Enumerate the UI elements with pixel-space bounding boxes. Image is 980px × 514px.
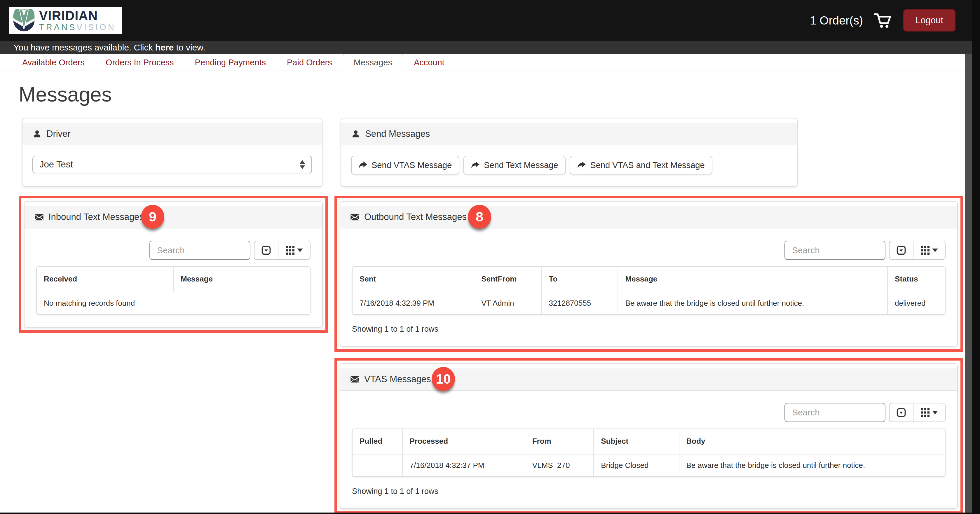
tab-orders-in-process[interactable]: Orders In Process bbox=[95, 54, 185, 71]
send-vtas-message-button[interactable]: Send VTAS Message bbox=[351, 156, 459, 175]
vtas-rows-summary: Showing 1 to 1 of 1 rows bbox=[352, 487, 945, 496]
messages-banner: You have messages available. Click here … bbox=[0, 41, 972, 54]
outbound-table: Sent SentFrom To Message Status bbox=[352, 267, 945, 315]
collapse-down-icon bbox=[896, 245, 906, 255]
vtas-panel-title: VTAS Messages bbox=[364, 374, 431, 384]
inbound-search-input[interactable] bbox=[150, 241, 250, 260]
driver-select[interactable]: Joe Test bbox=[32, 156, 312, 173]
driver-panel-title: Driver bbox=[46, 128, 71, 139]
cart-icon[interactable] bbox=[873, 12, 893, 29]
send-vtas-and-text-message-button[interactable]: Send VTAS and Text Message bbox=[570, 156, 712, 175]
collapse-down-icon bbox=[896, 408, 906, 417]
tab-bar: Available Orders Orders In Process Pendi… bbox=[0, 54, 972, 71]
inbound-columns-dropdown-button[interactable] bbox=[278, 241, 310, 260]
send-messages-title: Send Messages bbox=[365, 128, 430, 139]
vtas-col-body[interactable]: Body bbox=[679, 429, 945, 454]
table-row[interactable]: 7/16/2018 4:32:37 PM VLMS_270 Bridge Clo… bbox=[353, 454, 945, 476]
annotation-badge-9: 9 bbox=[141, 205, 164, 229]
send-text-message-button[interactable]: Send Text Message bbox=[463, 156, 566, 175]
inbound-panel-header: Inbound Text Messages bbox=[24, 206, 322, 228]
envelope-icon bbox=[350, 213, 360, 221]
outbound-col-message[interactable]: Message bbox=[618, 267, 888, 292]
outbound-panel-header: Outbound Text Messages bbox=[340, 206, 957, 228]
vtas-col-subject[interactable]: Subject bbox=[593, 429, 679, 454]
vtas-messages-panel: VTAS Messages bbox=[340, 363, 958, 509]
outbound-columns-dropdown-button[interactable] bbox=[913, 241, 945, 260]
send-messages-panel: Send Messages Send VTAS Message Send Tex… bbox=[340, 118, 798, 187]
outbound-toggle-pagination-button[interactable] bbox=[889, 241, 913, 260]
forward-icon bbox=[577, 161, 586, 169]
outbound-panel-title: Outbound Text Messages bbox=[364, 212, 467, 222]
outbound-col-status[interactable]: Status bbox=[888, 267, 945, 292]
banner-here-link[interactable]: here bbox=[155, 43, 173, 52]
caret-down-icon bbox=[932, 249, 938, 252]
table-row[interactable]: 7/16/2018 4:32:39 PM VT Admin 3212870555… bbox=[353, 292, 945, 314]
top-bar: VIRIDIAN TRANSVISION 1 Order(s) Logout bbox=[0, 0, 972, 41]
browser-page: VIRIDIAN TRANSVISION 1 Order(s) Logout Y… bbox=[0, 0, 972, 512]
brand-text: VIRIDIAN TRANSVISION bbox=[39, 10, 116, 32]
user-icon bbox=[351, 129, 360, 138]
banner-text-prefix: You have messages available. Click bbox=[13, 43, 155, 52]
vtas-col-from[interactable]: From bbox=[525, 429, 593, 454]
outbound-search-input[interactable] bbox=[784, 241, 885, 260]
inbound-table: Received Message No matching records fou… bbox=[36, 267, 310, 315]
driver-panel-body: Joe Test bbox=[22, 145, 322, 185]
table-row: No matching records found bbox=[37, 292, 310, 314]
caret-down-icon bbox=[932, 411, 938, 414]
vtas-col-processed[interactable]: Processed bbox=[402, 429, 525, 454]
annotation-badge-10: 10 bbox=[432, 367, 455, 391]
outbound-messages-panel: Outbound Text Messages bbox=[340, 201, 958, 347]
inbound-empty-cell: No matching records found bbox=[37, 292, 310, 314]
tab-available-orders[interactable]: Available Orders bbox=[12, 54, 95, 71]
outbound-col-to[interactable]: To bbox=[542, 267, 618, 292]
right-panels-column: 8 Outbound Text Messages bbox=[334, 196, 963, 512]
banner-text-suffix: to view. bbox=[173, 43, 205, 52]
vtas-toolbar bbox=[340, 390, 957, 428]
envelope-icon bbox=[35, 213, 44, 221]
collapse-down-icon bbox=[261, 245, 271, 255]
topbar-right: 1 Order(s) Logout bbox=[810, 10, 956, 32]
brand-logo[interactable]: VIRIDIAN TRANSVISION bbox=[10, 7, 122, 34]
inbound-col-message[interactable]: Message bbox=[173, 267, 310, 292]
caret-down-icon bbox=[297, 249, 303, 252]
tab-account[interactable]: Account bbox=[403, 54, 455, 71]
logout-button[interactable]: Logout bbox=[903, 10, 956, 32]
tab-messages[interactable]: Messages bbox=[343, 54, 403, 71]
main-content: Messages Driver Joe Test bbox=[0, 71, 972, 512]
forward-icon bbox=[359, 161, 368, 169]
order-count: 1 Order(s) bbox=[810, 14, 863, 27]
annotation-badge-8: 8 bbox=[468, 205, 491, 229]
inbound-toolbar bbox=[24, 228, 322, 267]
grid-icon bbox=[921, 246, 929, 255]
outbound-col-sent[interactable]: Sent bbox=[353, 267, 474, 292]
brand-subtitle: TRANSVISION bbox=[39, 23, 116, 32]
inbound-toggle-pagination-button[interactable] bbox=[254, 241, 278, 260]
inbound-panel-title: Inbound Text Messages bbox=[48, 212, 144, 222]
vtas-search-input[interactable] bbox=[784, 403, 885, 422]
inbound-col-received[interactable]: Received bbox=[37, 267, 173, 292]
outbound-toolbar bbox=[340, 228, 957, 267]
vtas-table: Pulled Processed From Subject Body bbox=[352, 428, 945, 477]
grid-icon bbox=[921, 408, 929, 417]
outbound-col-sentfrom[interactable]: SentFrom bbox=[474, 267, 541, 292]
send-messages-header: Send Messages bbox=[341, 123, 797, 145]
driver-panel-header: Driver bbox=[22, 123, 322, 145]
send-messages-body: Send VTAS Message Send Text Message Send… bbox=[341, 145, 797, 186]
tab-pending-payments[interactable]: Pending Payments bbox=[185, 54, 276, 71]
driver-select-value: Joe Test bbox=[40, 159, 73, 170]
forward-icon bbox=[471, 161, 480, 169]
brand-emblem-icon bbox=[13, 9, 35, 32]
vertical-scrollbar[interactable] bbox=[965, 54, 972, 512]
top-cards-row: Driver Joe Test Send Messages bbox=[22, 118, 972, 187]
vtas-columns-dropdown-button[interactable] bbox=[913, 403, 945, 422]
message-panels-row: 9 Inbound Text Messages bbox=[19, 196, 972, 512]
driver-panel: Driver Joe Test bbox=[22, 118, 323, 187]
vtas-toggle-pagination-button[interactable] bbox=[889, 403, 913, 422]
annotation-box-vtas: 10 VTAS Messages bbox=[334, 358, 963, 512]
select-arrows-icon bbox=[300, 160, 305, 169]
envelope-icon bbox=[350, 376, 360, 383]
vtas-col-pulled[interactable]: Pulled bbox=[353, 429, 402, 454]
tab-paid-orders[interactable]: Paid Orders bbox=[276, 54, 343, 71]
inbound-messages-panel: Inbound Text Messages bbox=[24, 201, 323, 328]
page-title: Messages bbox=[19, 83, 972, 106]
